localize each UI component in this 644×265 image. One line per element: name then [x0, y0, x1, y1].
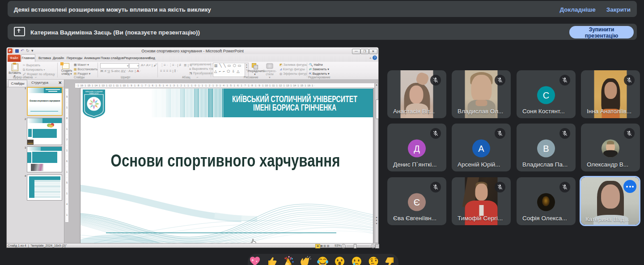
svg-text:ІМЕНІ БОРИСА ГРІНЧЕНКА: ІМЕНІ БОРИСА ГРІНЧЕНКА	[253, 103, 336, 112]
svg-text:УНІВЕРСИТЕТ: УНІВЕРСИТЕТ	[89, 93, 99, 94]
